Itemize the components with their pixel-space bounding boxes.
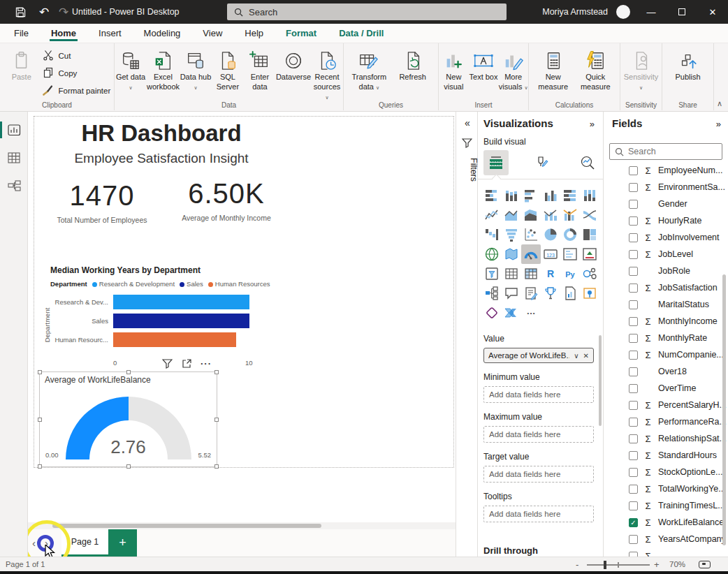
tab-format-visual[interactable] <box>528 150 553 175</box>
visual-type-bar-100-icon[interactable] <box>560 186 580 205</box>
visual-type-multi-row-card-icon[interactable] <box>560 244 580 264</box>
visual-type-clustered-column-icon[interactable] <box>541 186 560 205</box>
field-item-TotalWorkingYe[interactable]: Σ TotalWorkingYe... <box>629 480 727 497</box>
field-item-JobLevel[interactable]: Σ JobLevel <box>629 246 727 263</box>
card-avg-income[interactable]: 6.50K Average of Monthly Income <box>167 178 286 222</box>
visual-type-stacked-area-icon[interactable] <box>521 205 541 225</box>
global-search-box[interactable]: Search <box>227 3 507 20</box>
field-item-OverTime[interactable]: OverTime <box>629 380 727 397</box>
gauge-visual-selected[interactable]: Average of WorkLifeBalance 2.76 0.00 5.5… <box>40 372 217 466</box>
legend-item[interactable]: Research & Development <box>92 280 175 288</box>
expand-filters-icon[interactable]: « <box>456 117 479 128</box>
zoom-slider-thumb[interactable] <box>604 561 606 569</box>
field-drop-zone[interactable]: Add data fields here <box>483 466 594 483</box>
visual-type-smart-narrative-icon[interactable] <box>521 284 541 303</box>
field-item-MaritalStatus[interactable]: MaritalStatus <box>629 296 727 313</box>
field-item-PerformanceRa[interactable]: Σ PerformanceRa... <box>629 413 727 430</box>
fields-search-box[interactable] <box>609 143 722 160</box>
menu-item-view[interactable]: View <box>201 24 224 43</box>
tab-analytics[interactable] <box>575 150 600 175</box>
zoom-out-button[interactable]: - <box>576 559 578 570</box>
visual-type-r-script-icon[interactable]: R <box>541 264 560 284</box>
visual-type-power-automate-icon[interactable] <box>502 303 521 323</box>
visual-type-filled-map-icon[interactable] <box>502 244 521 264</box>
report-canvas[interactable]: HR Dashboard Employee Satisfaction Insig… <box>28 112 456 557</box>
fields-scrollbar[interactable] <box>722 274 726 545</box>
ribbon-button-sensitivity[interactable]: Sensitivity ∨ <box>623 45 660 92</box>
ribbon-button-format-painter[interactable]: Format painter <box>43 82 110 99</box>
visual-type-funnel-icon[interactable] <box>502 225 521 244</box>
field-item-EnvironmentSa[interactable]: Σ EnvironmentSa... <box>629 179 727 196</box>
report-subtitle-text[interactable]: Employee Satisfaction Insight <box>57 151 266 166</box>
save-icon[interactable] <box>10 0 31 24</box>
field-item-StockOptionLe[interactable]: Σ StockOptionLe... <box>629 464 727 480</box>
collapse-ribbon-icon[interactable]: ∧ <box>717 99 722 108</box>
report-title-text[interactable]: HR Dashboard <box>57 120 266 147</box>
field-item-Over18[interactable]: Over18 <box>629 363 727 380</box>
ribbon-button-excel-workbook[interactable]: Excel workbook <box>147 45 180 92</box>
ribbon-button-new-measure[interactable]: New measure <box>535 45 572 92</box>
maximize-button[interactable] <box>667 0 697 24</box>
visual-type-column-100-icon[interactable] <box>580 186 599 205</box>
visual-type-key-influencers-icon[interactable] <box>580 264 599 284</box>
ribbon-button-text-box[interactable]: Text box <box>469 45 499 82</box>
field-checkbox[interactable]: ✓ <box>629 518 638 527</box>
selection-handle[interactable] <box>38 418 42 422</box>
menu-item-modeling[interactable]: Modeling <box>143 24 182 43</box>
field-checkbox[interactable] <box>629 485 638 494</box>
selection-handle[interactable] <box>214 464 219 469</box>
close-button[interactable]: ✕ <box>697 0 728 24</box>
field-checkbox[interactable] <box>629 216 638 226</box>
field-item-PercentSalaryH[interactable]: Σ PercentSalaryH... <box>629 397 727 413</box>
ribbon-button-data-hub[interactable]: Data hub ∨ <box>180 45 212 92</box>
field-item-NumCompanie[interactable]: Σ NumCompanie... <box>629 346 727 363</box>
selection-handle[interactable] <box>38 370 42 374</box>
bar-chart-visual[interactable]: Median Working Years by Department Depar… <box>45 264 275 369</box>
visual-type-map-icon[interactable] <box>482 244 502 264</box>
field-item-EmployeeNum[interactable]: Σ EmployeeNum... <box>629 162 727 179</box>
fit-to-page-icon[interactable] <box>699 561 711 568</box>
bar-row[interactable]: Human Resourc... <box>45 332 275 347</box>
menu-item-help[interactable]: Help <box>243 24 265 43</box>
field-checkbox[interactable] <box>629 401 638 410</box>
visual-type-scatter-icon[interactable] <box>521 225 541 244</box>
ribbon-button-cut[interactable]: Cut <box>43 47 110 64</box>
sidebar-item-data-view[interactable] <box>0 145 28 170</box>
redo-icon[interactable]: ↷ <box>54 0 73 24</box>
field-drop-zone[interactable]: Add data fields here <box>483 506 594 522</box>
menu-item-insert[interactable]: Insert <box>97 24 123 43</box>
visual-type-decomposition-tree-icon[interactable] <box>482 284 502 303</box>
ribbon-button-more-visuals[interactable]: More visuals ∨ <box>498 45 528 92</box>
menu-item-data-drill[interactable]: Data / Drill <box>337 24 385 43</box>
visual-type-line-stacked-column-icon[interactable] <box>541 205 560 225</box>
filters-pane-collapsed[interactable]: « Filters <box>456 112 478 557</box>
pill-remove-icon[interactable]: ✕ <box>583 352 589 360</box>
more-options-icon[interactable]: ··· <box>201 361 212 367</box>
visual-type-pie-icon[interactable] <box>541 225 560 244</box>
horizontal-scrollbar[interactable] <box>28 522 456 529</box>
menu-item-home[interactable]: Home <box>50 24 78 43</box>
visual-type-paginated-report-icon[interactable] <box>560 284 580 303</box>
field-checkbox[interactable] <box>629 434 638 443</box>
field-checkbox[interactable] <box>629 351 638 360</box>
visual-type-area-icon[interactable] <box>502 205 521 225</box>
bar[interactable] <box>113 332 236 347</box>
ribbon-button-transform-data[interactable]: Transform data ∨ <box>351 45 387 92</box>
visual-type-arcgis-map-icon[interactable] <box>580 284 599 303</box>
field-item-Gender[interactable]: Gender <box>629 196 727 212</box>
visual-type-stacked-column-icon[interactable] <box>502 186 521 205</box>
ribbon-button-enter-data[interactable]: Enter data <box>244 45 276 92</box>
tab-build-visual[interactable] <box>483 150 509 175</box>
visual-type-line-clustered-column-icon[interactable] <box>560 205 580 225</box>
visualizations-scrollbar[interactable] <box>599 335 602 426</box>
ribbon-button-new-visual[interactable]: New visual <box>439 45 469 92</box>
collapse-visualizations-icon[interactable]: » <box>590 119 595 129</box>
selection-handle[interactable] <box>38 464 42 469</box>
visual-type-more-icon[interactable]: … <box>521 303 541 323</box>
field-item-RelationshipSat[interactable]: Σ RelationshipSat... <box>629 430 727 447</box>
undo-icon[interactable]: ↶ <box>34 0 54 24</box>
ribbon-button-quick-measure[interactable]: Quick measure <box>577 45 613 92</box>
bar-row[interactable]: Research & Dev... <box>45 295 275 309</box>
visual-type-donut-icon[interactable] <box>560 225 580 244</box>
field-item-JobRole[interactable]: JobRole <box>629 263 727 279</box>
